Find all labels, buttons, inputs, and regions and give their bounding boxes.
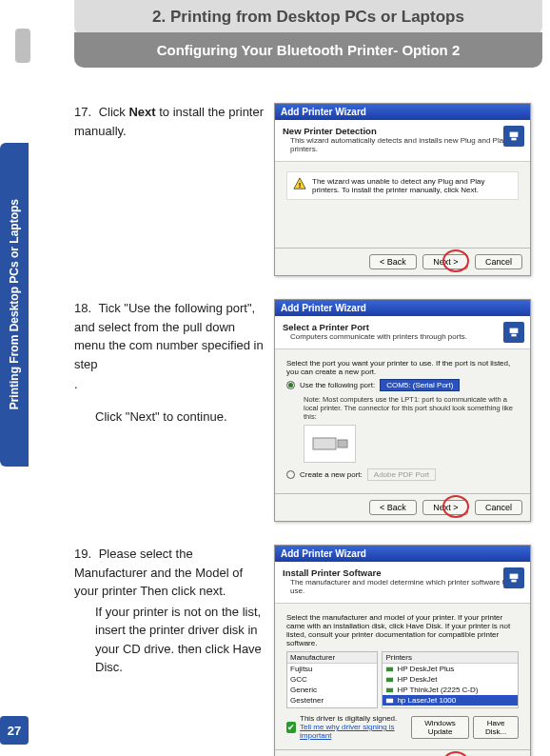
wizard-1-body: ! The wizard was unable to detect any Pl… [275, 162, 530, 248]
wizard-3-btns: < Back Next > Cancel [275, 749, 530, 756]
list-item[interactable]: HP DeskJet [383, 674, 518, 685]
have-disk-button[interactable]: Have Disk... [473, 716, 519, 739]
next-button[interactable]: Next > [422, 500, 468, 515]
step-17: 17. Click Next to install the printer ma… [74, 103, 542, 276]
svg-rect-1 [511, 138, 516, 141]
windows-update-button[interactable]: Windows Update [411, 716, 469, 739]
printer-icon [385, 675, 394, 684]
side-tab: Printing From Desktop PCs or Laptops [0, 143, 29, 467]
step-18-line3: Click "Next" to continue. [95, 408, 265, 427]
manufacturer-list[interactable]: Manufacturer Fujitsu GCC Generic Gestetn… [286, 651, 378, 708]
wizard-1-title: Add Printer Wizard [275, 104, 530, 120]
step-19-line2: If your printer is not on the list, inse… [95, 603, 265, 677]
svg-text:!: ! [299, 181, 302, 189]
svg-rect-9 [511, 580, 516, 583]
port-select[interactable]: COM5: (Serial Port) [380, 379, 460, 391]
svg-rect-0 [510, 132, 519, 137]
radio-use-port-label: Use the following port: [300, 381, 375, 389]
step-17-bold: Next [128, 105, 155, 119]
printer-icon [385, 665, 394, 673]
svg-rect-12 [386, 688, 393, 693]
step-18-line2: . [74, 375, 265, 394]
wizard-2-note: Note: Most computers use the LPT1: port … [304, 395, 519, 421]
content: 17. Click Next to install the printer ma… [74, 103, 542, 756]
svg-rect-6 [313, 438, 336, 449]
next-button[interactable]: Next > [422, 254, 468, 269]
connector-image [304, 425, 356, 463]
wizard-3: Add Printer Wizard Install Printer Softw… [274, 545, 531, 756]
manufacturer-hdr: Manufacturer [287, 652, 377, 664]
port-type-select: Adobe PDF Port [367, 468, 436, 481]
signing-link[interactable]: Tell me why driver signing is important [300, 723, 407, 740]
wizard-3-top: Select the manufacturer and model of you… [286, 613, 519, 647]
list-item[interactable]: Generic [287, 685, 377, 695]
radio-use-port[interactable] [286, 381, 295, 389]
svg-rect-5 [511, 334, 516, 337]
step-17-text: 17. Click Next to install the printer ma… [74, 103, 274, 276]
wizard-2-header: Select a Printer Port Computers communic… [275, 316, 530, 349]
svg-rect-13 [386, 699, 393, 704]
svg-rect-11 [386, 678, 393, 683]
wizard-2-top: Select the port you want your printer to… [286, 359, 519, 376]
printer-icon [503, 567, 524, 588]
step-19-text: 19. Please select the Manufacturer and t… [74, 545, 274, 756]
wizard-2: Add Printer Wizard Select a Printer Port… [274, 299, 531, 522]
radio-create-port-label: Create a new port: [300, 470, 363, 479]
wizard-1-h2: This wizard automatically detects and in… [290, 136, 522, 153]
step-19-num: 19. [74, 545, 95, 564]
step-18: 18. Tick "Use the following port", and s… [74, 299, 542, 522]
wizard-1-header: New Printer Detection This wizard automa… [275, 120, 530, 162]
signed-text: This driver is digitally signed. [300, 714, 407, 723]
back-button[interactable]: < Back [369, 500, 417, 515]
wizard-1-msg: The wizard was unable to detect any Plug… [312, 177, 512, 194]
wizard-2-body: Select the port you want your printer to… [275, 349, 530, 493]
wizard-2-h2: Computers communicate with printers thro… [290, 332, 522, 341]
wizard-1: Add Printer Wizard New Printer Detection… [274, 103, 531, 276]
step-19-line1: Please select the Manufacturer and the M… [74, 547, 243, 598]
subtitle: Configuring Your Bluetooth Printer- Opti… [74, 32, 542, 68]
wizard-2-btns: < Back Next > Cancel [275, 493, 530, 521]
cancel-button[interactable]: Cancel [475, 500, 522, 515]
wizard-1-h1: New Printer Detection [283, 126, 522, 136]
wizard-3-header: Install Printer Software The manufacture… [275, 562, 530, 604]
wizard-2-title: Add Printer Wizard [275, 300, 530, 316]
list-item[interactable]: hp LaserJet 1000 [383, 695, 518, 706]
printers-hdr: Printers [383, 652, 518, 664]
wizard-3-h2: The manufacturer and model determine whi… [290, 578, 522, 595]
wizard-3-h1: Install Printer Software [283, 567, 522, 578]
svg-rect-10 [386, 667, 393, 672]
page-number: 27 [0, 716, 29, 745]
back-button[interactable]: < Back [369, 254, 417, 269]
svg-rect-8 [510, 574, 519, 579]
list-item[interactable]: Fujitsu [287, 664, 377, 674]
printer-icon [503, 126, 524, 147]
svg-rect-4 [510, 328, 519, 333]
printer-icon [503, 322, 524, 343]
list-item[interactable]: GCC [287, 674, 377, 685]
step-19: 19. Please select the Manufacturer and t… [74, 545, 542, 756]
cancel-button[interactable]: Cancel [475, 254, 522, 269]
svg-rect-7 [338, 440, 347, 448]
signed-icon: ✔ [286, 722, 296, 733]
page-header: 2. Printing from Desktop PCs or Laptops … [74, 0, 542, 71]
printers-list[interactable]: Printers HP DeskJet Plus HP DeskJet HP T… [382, 651, 519, 708]
printer-icon [385, 696, 394, 705]
list-item[interactable]: HP ThinkJet (2225 C-D) [383, 685, 518, 695]
list-item[interactable]: HP DeskJet Plus [383, 664, 518, 674]
wizard-2-h1: Select a Printer Port [283, 322, 522, 332]
chapter-title: 2. Printing from Desktop PCs or Laptops [74, 0, 542, 34]
step-18-line1: Tick "Use the following port", and selec… [74, 301, 264, 371]
printer-icon [385, 686, 394, 694]
list-item[interactable]: HP [287, 706, 377, 708]
wizard-1-btns: < Back Next > Cancel [275, 248, 530, 275]
wizard-3-body: Select the manufacturer and model of you… [275, 604, 530, 749]
step-18-num: 18. [74, 299, 95, 318]
wizard-3-title: Add Printer Wizard [275, 546, 530, 562]
step-17-num: 17. [74, 103, 95, 122]
radio-create-port[interactable] [286, 470, 295, 479]
step-17-pre: Click [99, 105, 129, 119]
side-tab-label: Printing From Desktop PCs or Laptops [8, 199, 21, 409]
step-18-text: 18. Tick "Use the following port", and s… [74, 299, 274, 522]
warning-icon: ! [293, 177, 306, 190]
list-item[interactable]: Gestetner [287, 695, 377, 706]
